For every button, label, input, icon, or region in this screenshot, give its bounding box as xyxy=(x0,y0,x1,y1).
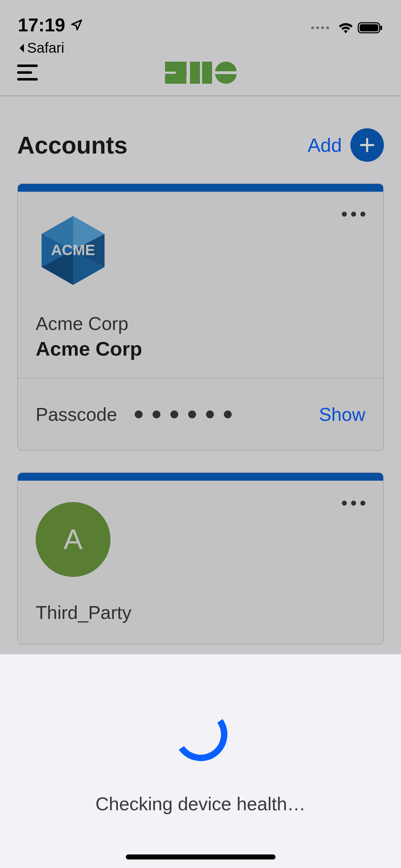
account-name-label: Acme Corp xyxy=(36,337,365,360)
passcode-row: Passcode Show xyxy=(18,379,383,450)
cellular-dots-icon xyxy=(311,26,329,29)
account-more-button[interactable] xyxy=(342,212,365,217)
account-card[interactable]: ACME Acme Corp Acme Corp Passcode Show xyxy=(17,183,384,451)
section-header: Accounts Add xyxy=(0,96,401,183)
back-to-app-button[interactable]: Safari xyxy=(18,40,83,56)
card-accent-stripe xyxy=(18,184,383,192)
account-logo: ACME xyxy=(36,213,110,288)
status-bar: 17:19 Safari xyxy=(0,0,401,50)
account-logo: A xyxy=(36,502,110,577)
device-health-sheet: Checking device health… xyxy=(0,654,401,868)
loading-spinner-icon xyxy=(170,703,232,765)
svg-rect-1 xyxy=(360,24,378,31)
modal-message: Checking device health… xyxy=(96,793,306,815)
svg-rect-8 xyxy=(215,71,236,74)
account-card[interactable]: A Third_Party xyxy=(17,472,384,645)
svg-text:ACME: ACME xyxy=(51,242,95,258)
card-accent-stripe xyxy=(18,473,383,481)
add-label: Add xyxy=(308,134,342,156)
account-org-label: Acme Corp xyxy=(36,313,365,334)
svg-rect-6 xyxy=(202,62,212,84)
passcode-masked xyxy=(135,410,319,418)
add-account-button[interactable]: Add xyxy=(308,128,384,162)
duo-logo xyxy=(165,62,236,84)
location-icon xyxy=(70,19,83,31)
svg-rect-2 xyxy=(380,26,382,30)
status-time: 17:19 xyxy=(18,14,65,36)
svg-rect-5 xyxy=(190,62,200,84)
nav-header xyxy=(0,50,401,96)
avatar-letter: A xyxy=(63,523,82,556)
account-more-button[interactable] xyxy=(342,501,365,506)
wifi-icon xyxy=(338,22,353,33)
passcode-label: Passcode xyxy=(36,404,117,425)
account-org-label: Third_Party xyxy=(36,602,365,623)
menu-button[interactable] xyxy=(17,64,38,81)
chevron-left-icon xyxy=(18,43,26,53)
page-title: Accounts xyxy=(17,131,128,159)
back-app-label: Safari xyxy=(27,40,65,56)
battery-icon xyxy=(358,21,383,34)
plus-icon xyxy=(350,128,384,162)
home-indicator[interactable] xyxy=(126,854,276,859)
show-passcode-button[interactable]: Show xyxy=(319,404,365,425)
